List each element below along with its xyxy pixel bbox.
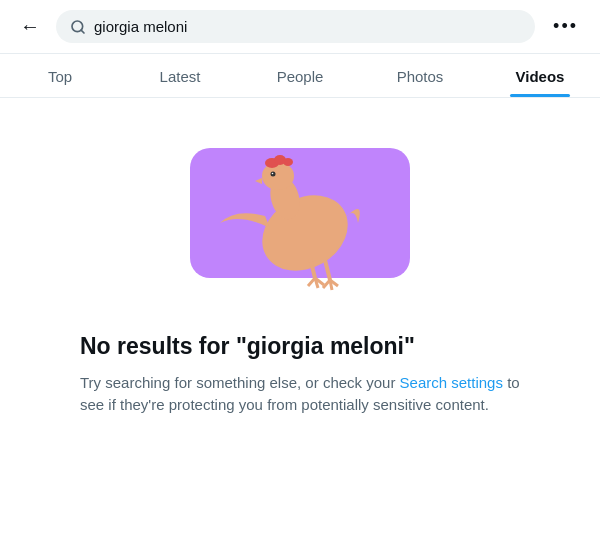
main-content: No results for "giorgia meloni" Try sear… bbox=[0, 98, 600, 437]
tab-videos[interactable]: Videos bbox=[480, 54, 600, 97]
more-icon: ••• bbox=[553, 16, 578, 36]
description-text-1: Try searching for something else, or che… bbox=[80, 374, 400, 391]
search-input[interactable] bbox=[94, 18, 521, 35]
tab-people[interactable]: People bbox=[240, 54, 360, 97]
chicken-illustration bbox=[200, 128, 400, 298]
no-results-title: No results for "giorgia meloni" bbox=[80, 332, 520, 362]
search-bar bbox=[56, 10, 535, 43]
more-button[interactable]: ••• bbox=[547, 12, 584, 41]
svg-line-1 bbox=[81, 30, 84, 33]
svg-point-2 bbox=[249, 180, 362, 286]
back-button[interactable]: ← bbox=[16, 11, 44, 42]
svg-point-7 bbox=[283, 158, 293, 166]
tab-photos[interactable]: Photos bbox=[360, 54, 480, 97]
search-icon bbox=[70, 19, 86, 35]
back-icon: ← bbox=[20, 15, 40, 38]
svg-line-11 bbox=[325, 260, 330, 280]
no-results-description: Try searching for something else, or che… bbox=[80, 372, 520, 417]
search-settings-link[interactable]: Search settings bbox=[400, 374, 503, 391]
tab-latest[interactable]: Latest bbox=[120, 54, 240, 97]
empty-state-illustration bbox=[170, 118, 430, 308]
header: ← ••• bbox=[0, 0, 600, 54]
tab-top[interactable]: Top bbox=[0, 54, 120, 97]
tabs-bar: Top Latest People Photos Videos bbox=[0, 54, 600, 98]
svg-point-9 bbox=[272, 173, 274, 175]
